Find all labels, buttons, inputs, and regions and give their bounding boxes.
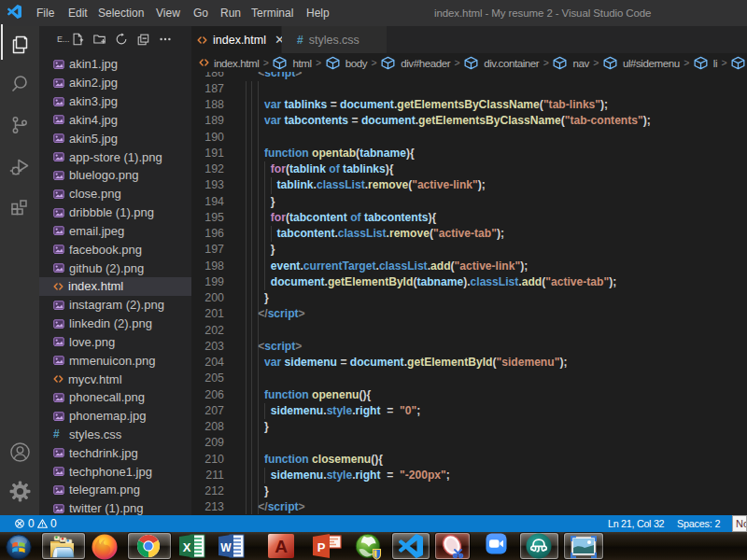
svg-text:P: P	[317, 540, 326, 554]
svg-text:A: A	[275, 537, 288, 556]
svg-text:W: W	[220, 541, 232, 554]
svg-text:X: X	[183, 540, 191, 554]
